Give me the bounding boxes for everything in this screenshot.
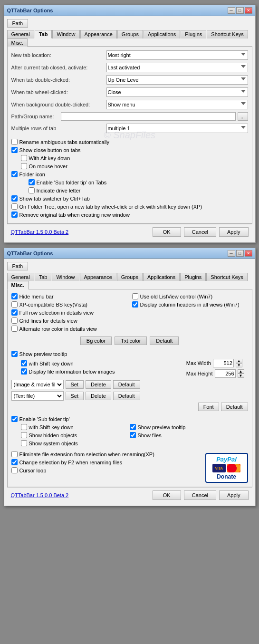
maximize-btn-2[interactable]: □ bbox=[236, 250, 244, 257]
tab-appearance-1[interactable]: Appearance bbox=[80, 30, 117, 38]
title-bar-buttons-1: ─ □ ✕ bbox=[228, 7, 252, 14]
visa-card: VISA bbox=[212, 464, 226, 472]
alt-row-checkbox[interactable] bbox=[11, 326, 18, 332]
after-closed-select[interactable]: Last activated bbox=[106, 63, 248, 72]
tab-window-1[interactable]: Window bbox=[52, 30, 79, 38]
tab-applications-1[interactable]: Applications bbox=[144, 30, 180, 38]
max-width-up[interactable]: ▲ bbox=[236, 359, 242, 363]
max-height-up[interactable]: ▲ bbox=[238, 369, 244, 374]
multiple-rows-select[interactable]: multiple 1 bbox=[106, 124, 248, 133]
image-file-select[interactable]: (Image & movie file) bbox=[11, 380, 64, 389]
browse-button[interactable]: ... bbox=[238, 112, 248, 121]
subfolder-tip-checkbox[interactable] bbox=[29, 179, 35, 185]
cursor-loop-checkbox[interactable] bbox=[11, 467, 18, 473]
hide-menu-checkbox[interactable] bbox=[11, 293, 18, 299]
double-click-select[interactable]: Up One Level bbox=[106, 75, 248, 85]
tab-plugins-1[interactable]: Plugins bbox=[181, 30, 206, 38]
tab-applications-2[interactable]: Applications bbox=[143, 273, 180, 281]
new-tab-location-select[interactable]: Most right bbox=[106, 50, 248, 60]
font-default-btn[interactable]: Default bbox=[221, 403, 248, 411]
full-row-checkbox[interactable] bbox=[11, 309, 18, 316]
minimize-btn-2[interactable]: ─ bbox=[228, 250, 235, 257]
multiple-rows-row: Multiple rows of tab multiple 1 bbox=[11, 124, 248, 133]
image-set-btn[interactable]: Set bbox=[66, 380, 84, 389]
donate-btn[interactable]: Donate bbox=[217, 473, 236, 480]
remove-original-checkbox[interactable] bbox=[11, 211, 18, 218]
close-btn-1[interactable]: ✕ bbox=[245, 7, 252, 14]
display-col-checkbox[interactable] bbox=[132, 301, 138, 308]
tab-general-1[interactable]: General bbox=[7, 30, 34, 38]
close-btn-2[interactable]: ✕ bbox=[245, 250, 252, 257]
text-set-btn[interactable]: Set bbox=[66, 392, 84, 400]
show-hidden-checkbox[interactable] bbox=[21, 432, 27, 438]
max-width-input[interactable] bbox=[213, 359, 234, 367]
alt-row-row: Alternate row color in details view bbox=[11, 326, 127, 332]
tab-misc-2[interactable]: Misc. bbox=[7, 281, 29, 289]
close-btn-checkbox[interactable] bbox=[11, 147, 18, 153]
tab-misc-1[interactable]: Misc. bbox=[7, 38, 28, 47]
tab-shortcut-2[interactable]: Shortcut Keys bbox=[206, 273, 247, 281]
subfolder-preview-row: Show preview tooltip bbox=[130, 424, 248, 430]
right-col: Use old ListView control (Win7) Display … bbox=[132, 293, 248, 334]
tab-window-2[interactable]: Window bbox=[52, 273, 79, 281]
image-default-btn[interactable]: Default bbox=[113, 380, 140, 389]
minimize-btn-1[interactable]: ─ bbox=[228, 7, 235, 14]
tab-shortcut-1[interactable]: Shortcut Keys bbox=[207, 30, 248, 38]
show-system-checkbox[interactable] bbox=[21, 440, 27, 446]
bg-color-btn[interactable]: Bg color bbox=[80, 336, 112, 345]
maximize-btn-1[interactable]: □ bbox=[236, 7, 244, 14]
ok-btn-1[interactable]: OK bbox=[153, 227, 181, 237]
change-f2-row: Change selection by F2 when renaming fil… bbox=[11, 459, 205, 465]
mouse-hover-checkbox[interactable] bbox=[21, 163, 27, 169]
apply-btn-1[interactable]: Apply bbox=[219, 227, 249, 237]
cancel-btn-2[interactable]: Cancel bbox=[184, 490, 216, 500]
txt-color-btn[interactable]: Txt color bbox=[115, 336, 147, 345]
display-file-checkbox[interactable] bbox=[21, 368, 27, 375]
subfolder-shift-checkbox[interactable] bbox=[21, 424, 27, 430]
wheel-click-select[interactable]: Close bbox=[106, 87, 248, 97]
old-list-checkbox[interactable] bbox=[132, 293, 138, 299]
path-button-2[interactable]: Path bbox=[7, 262, 29, 270]
tab-general-2[interactable]: General bbox=[7, 273, 34, 281]
max-width-dn[interactable]: ▼ bbox=[236, 363, 242, 367]
apply-btn-2[interactable]: Apply bbox=[219, 490, 249, 500]
folder-tree-checkbox[interactable] bbox=[11, 203, 18, 210]
max-height-dn[interactable]: ▼ bbox=[238, 374, 244, 378]
path-button-1[interactable]: Path bbox=[7, 19, 29, 28]
footer-link-1[interactable]: QTTabBar 1.5.0.0 Beta 2 bbox=[11, 229, 69, 235]
text-delete-btn[interactable]: Delete bbox=[86, 392, 111, 400]
alt-key-checkbox[interactable] bbox=[21, 155, 27, 161]
footer-link-2[interactable]: QTTabBar 1.5.0.0 Beta 2 bbox=[11, 492, 69, 498]
enable-subfolder-checkbox[interactable] bbox=[11, 416, 18, 422]
show-preview-checkbox[interactable] bbox=[11, 351, 18, 357]
path-group-input[interactable] bbox=[61, 112, 236, 121]
cancel-btn-1[interactable]: Cancel bbox=[184, 227, 216, 237]
default-color-btn[interactable]: Default bbox=[150, 336, 179, 345]
shift-key-checkbox[interactable] bbox=[21, 360, 27, 366]
change-f2-checkbox[interactable] bbox=[11, 459, 18, 465]
max-height-input[interactable] bbox=[215, 369, 236, 378]
text-file-select[interactable]: (Text file) bbox=[11, 391, 64, 401]
image-delete-btn[interactable]: Delete bbox=[86, 380, 111, 389]
tab-switcher-checkbox[interactable] bbox=[11, 195, 18, 202]
rename-checkbox[interactable] bbox=[11, 139, 18, 145]
folder-icon-checkbox[interactable] bbox=[11, 171, 18, 177]
tab-plugins-2[interactable]: Plugins bbox=[180, 273, 206, 281]
misc-panel: Hide menu bar XP-compatibile BS key(Vist… bbox=[7, 289, 252, 487]
show-files-checkbox[interactable] bbox=[130, 432, 136, 438]
grid-lines-checkbox[interactable] bbox=[11, 317, 18, 324]
tab-appearance-2[interactable]: Appearance bbox=[80, 273, 116, 281]
tab-groups-2[interactable]: Groups bbox=[117, 273, 143, 281]
text-default-btn[interactable]: Default bbox=[113, 392, 140, 400]
subfolder-preview-checkbox[interactable] bbox=[130, 424, 136, 430]
tab-tab-1[interactable]: Tab bbox=[35, 30, 52, 38]
xp-bs-checkbox[interactable] bbox=[11, 301, 18, 308]
bg-double-click-select[interactable]: Show menu bbox=[106, 100, 248, 109]
eliminate-ext-checkbox[interactable] bbox=[11, 451, 18, 457]
tab-groups-1[interactable]: Groups bbox=[117, 30, 143, 38]
subfolder-tip-row: Enable 'Sub folder tip' on Tabs bbox=[29, 179, 248, 185]
drive-letter-checkbox[interactable] bbox=[29, 187, 35, 193]
font-btn[interactable]: Font bbox=[198, 403, 219, 411]
tab-tab-2[interactable]: Tab bbox=[35, 273, 52, 281]
ok-btn-2[interactable]: OK bbox=[153, 490, 181, 500]
